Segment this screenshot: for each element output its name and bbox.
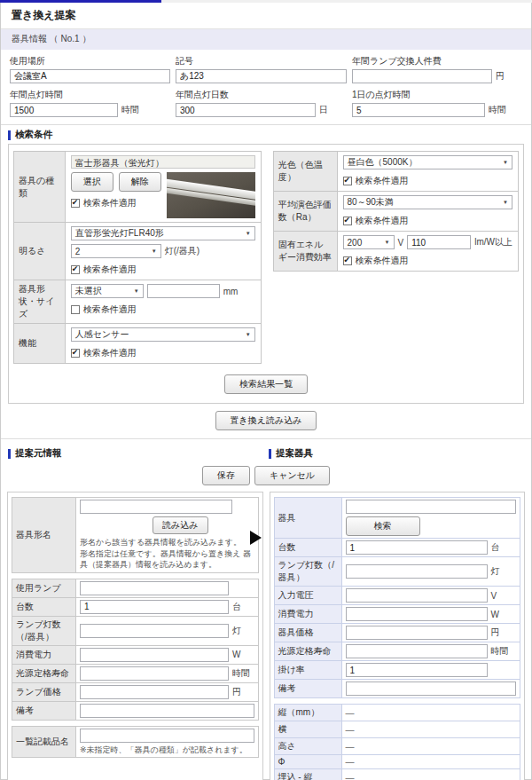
location-input[interactable] [10,69,170,83]
search-table-left: 器具の種類 富士形器具（蛍光灯） 選択 解除 検索 [13,151,262,364]
select-fixture-button[interactable]: 選択 [71,172,113,192]
fixture-price-input[interactable] [346,626,488,640]
shape-size-label: 器具形状・サイズ [14,280,66,324]
shape-select[interactable]: 未選択 ▼ [71,284,144,298]
efficiency-input[interactable] [407,235,471,249]
daily-hours-field: 1日の点灯時間 時間 [352,89,522,117]
field-label: 器具価格 [274,624,341,642]
listing-name-input[interactable] [80,729,254,743]
dim-value: — [341,705,520,721]
fixture-search-button[interactable]: 検索 [346,516,420,536]
chevron-down-icon: ▼ [246,332,251,337]
proposal-lamp-count-input[interactable] [346,564,488,579]
voltage-select[interactable]: 200 ▼ [343,235,395,249]
table-row: 光源定格寿命 時間 [274,642,520,661]
lamp-type-select[interactable]: 直管形蛍光灯FLR40形 ▼ [71,226,255,240]
apply-cri-checkbox[interactable]: 検索条件適用 [343,215,512,227]
input-voltage-input[interactable] [346,588,488,603]
multiplier-input[interactable] [346,663,488,677]
function-label: 機能 [14,324,66,364]
fixture-type-label: 器具の種類 [14,152,66,223]
lamp-count-select[interactable]: 2 ▼ [71,244,161,258]
unit-label: 円 [232,686,241,698]
proposal-fixture-input[interactable] [346,500,517,514]
hours-unit-label: 時間 [121,104,139,116]
lamp-labor-cost-input[interactable] [352,69,492,83]
proposal-remarks-input[interactable] [346,682,517,696]
table-row: 備考 [274,680,520,698]
function-select[interactable]: 人感センサー ▼ [71,327,255,342]
annual-hours-input[interactable] [10,103,118,117]
table-row: Φ— [274,755,520,769]
apply-brightness-checkbox[interactable]: 検索条件適用 [71,264,255,276]
apply-label: 検索条件適用 [356,175,409,187]
field-label: 入力電圧 [274,587,341,605]
bottom-section-headers: 提案元情報 提案器具 [1,438,531,464]
function-row: 機能 人感センサー ▼ 検索条件適用 [14,324,262,364]
cri-select[interactable]: 80～90未満 ▼ [343,195,512,209]
annual-days-input[interactable] [176,103,316,117]
apply-fixture-type-checkbox[interactable]: 検索条件適用 [71,197,161,209]
search-results-button[interactable]: 検索結果一覧 [224,374,308,394]
source-power-input[interactable] [80,648,229,662]
size-input[interactable] [147,284,220,298]
select-value: 200 [348,238,363,248]
proposal-life-input[interactable] [346,644,488,658]
apply-label: 検索条件適用 [356,255,409,267]
efficiency-row: 固有エネルギー消費効率 200 ▼ V lm/W以上 [273,232,518,272]
symbol-input[interactable] [176,69,347,83]
efficiency-label: 固有エネルギー消費効率 [273,232,337,272]
model-name-input[interactable] [80,500,232,514]
symbol-field: 記号 [176,55,347,83]
source-remarks-input[interactable] [80,704,254,718]
table-row: 備考 [12,701,259,720]
model-load-button[interactable]: 読み込み [153,516,207,534]
field-label: ランプ灯数（/器具） [12,616,76,645]
source-lamp-count-input[interactable] [80,624,229,638]
replace-load-button[interactable]: 置き換え読み込み [215,411,317,430]
proposal-detail-table: 器具 検索 台数 台 ランプ灯数（/器具） 灯 入力電圧 V [274,497,521,698]
table-row: 使用ランプ [12,579,259,597]
daily-hours-input[interactable] [352,103,485,117]
apply-efficiency-checkbox[interactable]: 検索条件適用 [343,255,512,267]
source-count-input[interactable] [80,600,229,614]
cancel-button-top[interactable]: キャンセル [254,466,330,485]
proposal-power-input[interactable] [346,607,488,621]
checkbox-icon [71,305,80,314]
source-life-input[interactable] [80,666,229,681]
apply-label: 検索条件適用 [83,303,137,316]
apply-function-checkbox[interactable]: 検索条件適用 [71,347,255,359]
unit-label: 円 [491,626,500,639]
source-model-table: 器具形名 読み込み 形名から該当する器具情報を読み込みます。 形名指定は任意です… [12,497,259,573]
proposal-count-input[interactable] [346,540,488,555]
fixture-type-value: 富士形器具（蛍光灯） [71,155,255,169]
lamp-price-input[interactable] [80,685,229,699]
apply-light-color-checkbox[interactable]: 検索条件適用 [343,175,512,187]
model-name-row: 器具形名 読み込み 形名から該当する器具情報を読み込みます。 形名指定は任意です… [12,498,259,573]
dim-value: — [341,769,520,780]
save-button-top[interactable]: 保存 [202,466,250,485]
annual-hours-label: 年間点灯時間 [10,89,170,101]
table-row: 高さ— [274,738,520,755]
proposal-fixture-title: 提案器具 [276,447,313,460]
chevron-down-icon: ▼ [152,248,157,254]
brightness-label: 明るさ [14,223,66,280]
dim-value: — [341,755,520,769]
light-color-select[interactable]: 昼白色（5000K） ▼ [343,155,512,169]
proposal-panel: 器具 検索 台数 台 ランプ灯数（/器具） 灯 入力電圧 V [270,492,526,780]
section-accent-bar [8,130,11,140]
dim-label: 横 [274,721,341,738]
chevron-down-icon: ▼ [385,240,390,245]
clear-fixture-button[interactable]: 解除 [119,172,161,192]
symbol-label: 記号 [176,55,347,67]
chevron-down-icon: ▼ [134,288,139,294]
lamp-labor-cost-field: 年間ランプ交換人件費 円 [352,55,522,83]
chevron-down-icon: ▼ [503,200,508,205]
table-row: 埋込 - 縦— [274,769,520,780]
select-value: 2 [75,247,81,256]
used-lamp-input[interactable] [80,581,229,595]
dim-value: — [341,721,520,738]
apply-shape-size-checkbox[interactable]: 検索条件適用 [71,303,255,316]
field-label: 備考 [12,701,76,720]
annual-days-field: 年間点灯日数 日 [176,89,347,117]
